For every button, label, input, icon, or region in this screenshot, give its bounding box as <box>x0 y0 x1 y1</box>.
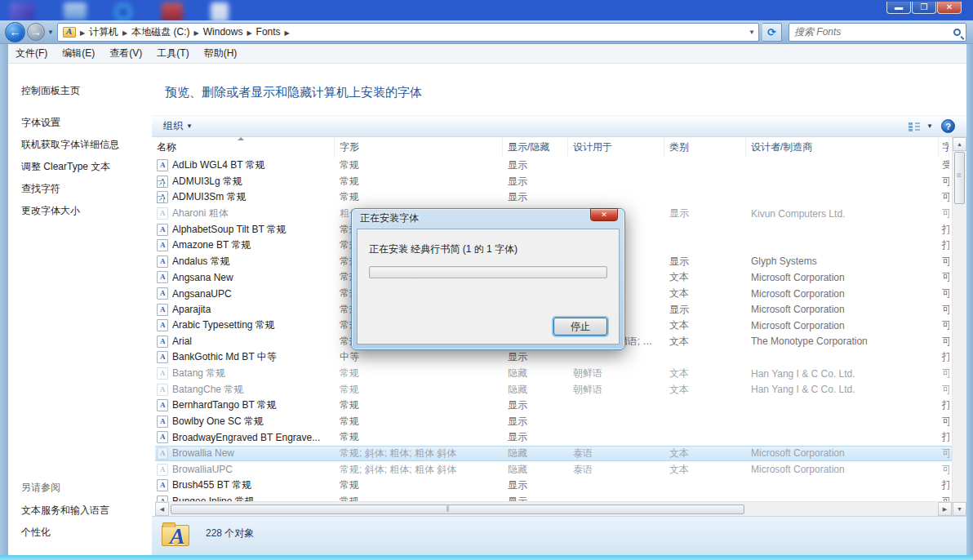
address-bar[interactable]: ▶计算机▶本地磁盘 (C:)▶Windows▶Fonts▶ ▼ <box>57 23 759 42</box>
table-row[interactable]: Bowlby One SC 常规常规显示可 <box>155 414 952 430</box>
help-button[interactable]: ? <box>941 119 955 133</box>
font-shortcut-icon <box>157 176 168 188</box>
font-style: 常规; 斜体; 粗体; 粗体 斜体 <box>335 447 503 460</box>
table-row[interactable]: Bungee Inline 常规常规显示可 <box>155 493 952 501</box>
sidebar-see-also-link[interactable]: 个性化 <box>20 522 152 544</box>
scroll-up-icon[interactable]: ▲ <box>953 137 966 151</box>
menu-item[interactable]: 工具(T) <box>149 43 196 64</box>
table-row[interactable]: BankGothic Md BT 中等中等显示打 <box>155 349 952 366</box>
window-border-right <box>966 44 973 555</box>
font-file-icon <box>157 224 168 236</box>
table-row[interactable]: BernhardTango BT 常规常规显示打 <box>155 398 952 414</box>
address-dropdown-icon[interactable]: ▼ <box>749 29 755 36</box>
breadcrumb-item[interactable]: Fonts <box>253 24 284 39</box>
column-header-3[interactable]: 设计用于 <box>568 137 664 158</box>
organize-button[interactable]: 组织 <box>163 119 183 133</box>
show-hide-value: 显示 <box>503 415 568 429</box>
scroll-down-icon[interactable]: ▼ <box>953 502 966 516</box>
refresh-button[interactable]: ⟳ <box>762 23 782 42</box>
scroll-left-icon[interactable]: ◀ <box>155 502 169 516</box>
category-value: 文本 <box>664 367 746 380</box>
dialog-title: 正在安装字体 <box>352 209 624 227</box>
sidebar-task-link[interactable]: 更改字体大小 <box>20 200 152 222</box>
column-header-4[interactable]: 类别 <box>664 137 746 158</box>
menu-item[interactable]: 查看(V) <box>102 43 149 64</box>
designed-for-value: 泰语 <box>568 463 664 477</box>
search-icon <box>953 29 961 36</box>
dialog-close-button[interactable]: ✕ <box>590 208 618 221</box>
dialog-message: 正在安装 经典行书简 (1 的 1 字体) <box>369 242 607 256</box>
font-style: 常规; 斜体; 粗体; 粗体 斜体 <box>335 463 503 477</box>
embeddability-value: 可 <box>939 190 949 204</box>
column-header-name[interactable]: 名称 <box>155 137 335 158</box>
table-row[interactable]: ADMUI3Sm 常规常规显示可 <box>155 189 952 206</box>
category-value: 文本 <box>664 270 746 284</box>
table-row[interactable]: Brush455 BT 常规常规显示打 <box>155 478 952 494</box>
change-view-button[interactable]: ▼ <box>909 122 933 131</box>
vertical-scroll-thumb[interactable] <box>954 152 965 204</box>
font-name: Aharoni 粗体 <box>172 207 229 220</box>
vertical-scrollbar[interactable]: ▲ ▼ <box>952 137 966 516</box>
font-file-icon <box>157 464 168 476</box>
font-style: 常规 <box>335 430 503 444</box>
horizontal-scroll-thumb[interactable] <box>171 504 744 514</box>
embeddability-value: 可 <box>939 303 949 317</box>
sidebar-item-control-panel-home[interactable]: 控制面板主页 <box>20 80 152 102</box>
menu-item[interactable]: 编辑(E) <box>55 43 102 64</box>
breadcrumb-separator-icon: ▶ <box>246 29 252 37</box>
table-row[interactable]: BatangChe 常规常规隐藏朝鲜语文本Han Yang I & C Co. … <box>155 381 952 398</box>
back-button[interactable]: ← <box>5 22 25 42</box>
breadcrumb-item[interactable]: Windows <box>200 24 247 39</box>
embeddability-value: 可 <box>939 463 949 477</box>
table-row[interactable]: BroadwayEngraved BT Engrave...常规显示打 <box>155 429 952 446</box>
table-row[interactable]: AdLib WGL4 BT 常规常规显示受 <box>155 158 952 174</box>
column-header-6[interactable]: 字 <box>939 137 949 158</box>
horizontal-scrollbar[interactable]: ◀ ▶ <box>155 501 952 516</box>
sidebar-task-link[interactable]: 调整 ClearType 文本 <box>20 156 152 178</box>
embeddability-value: 打 <box>939 430 949 444</box>
stop-button[interactable]: 停止 <box>553 318 607 336</box>
sidebar-see-also-link[interactable]: 文本服务和输入语言 <box>20 500 152 522</box>
close-button[interactable]: ✕ <box>937 2 962 14</box>
font-name: Aparajita <box>172 304 211 315</box>
font-style: 常规 <box>335 383 503 397</box>
desktop-icon-blurred <box>211 2 229 22</box>
font-file-icon <box>157 304 168 316</box>
breadcrumb-item[interactable]: 计算机 <box>86 24 122 39</box>
column-header-1[interactable]: 字形 <box>335 137 503 158</box>
table-row[interactable]: Browallia New常规; 斜体; 粗体; 粗体 斜体隐藏泰语文本Micr… <box>155 446 952 462</box>
designer-value: The Monotype Corporation <box>746 336 939 347</box>
table-row[interactable]: BrowalliaUPC常规; 斜体; 粗体; 粗体 斜体隐藏泰语文本Micro… <box>155 461 952 478</box>
show-hide-value: 显示 <box>503 350 568 364</box>
embeddability-value: 可 <box>939 207 949 220</box>
font-file-icon <box>157 287 168 300</box>
menu-item[interactable]: 文件(F) <box>8 43 55 64</box>
search-input[interactable] <box>794 26 953 38</box>
menu-item[interactable]: 帮助(H) <box>197 43 245 64</box>
maximize-button[interactable]: ❐ <box>912 2 936 14</box>
dialog-body: 正在安装 经典行书简 (1 的 1 字体) 停止 <box>357 229 620 344</box>
minimize-button[interactable]: ▬ <box>886 2 911 14</box>
scroll-right-icon[interactable]: ▶ <box>938 502 952 516</box>
recent-pages-dropdown-icon[interactable]: ▼ <box>47 29 54 36</box>
column-header-2[interactable]: 显示/隐藏 <box>503 137 568 158</box>
font-file-icon <box>157 496 168 501</box>
views-dropdown-icon: ▼ <box>926 122 933 130</box>
show-hide-value: 隐藏 <box>503 367 568 380</box>
font-style: 常规 <box>335 415 503 429</box>
font-style: 常规 <box>335 367 503 380</box>
embeddability-value: 打 <box>939 478 949 492</box>
forward-button[interactable]: → <box>27 23 45 41</box>
table-row[interactable]: Batang 常规常规隐藏朝鲜语文本Han Yang I & C Co. Ltd… <box>155 366 952 382</box>
search-box[interactable] <box>789 23 966 42</box>
table-row[interactable]: ADMUI3Lg 常规常规显示可 <box>155 174 952 190</box>
sidebar-task-link[interactable]: 查找字符 <box>20 178 152 200</box>
breadcrumb-item[interactable]: 本地磁盘 (C:) <box>128 24 193 39</box>
font-name: Arabic Typesetting 常规 <box>172 318 275 332</box>
font-file-icon <box>157 256 168 268</box>
embeddability-value: 可 <box>939 318 949 332</box>
sidebar-task-link[interactable]: 联机获取字体详细信息 <box>20 134 152 156</box>
organize-dropdown-icon[interactable]: ▼ <box>186 122 193 130</box>
sidebar-task-link[interactable]: 字体设置 <box>20 112 152 134</box>
column-header-5[interactable]: 设计者/制造商 <box>746 137 939 158</box>
